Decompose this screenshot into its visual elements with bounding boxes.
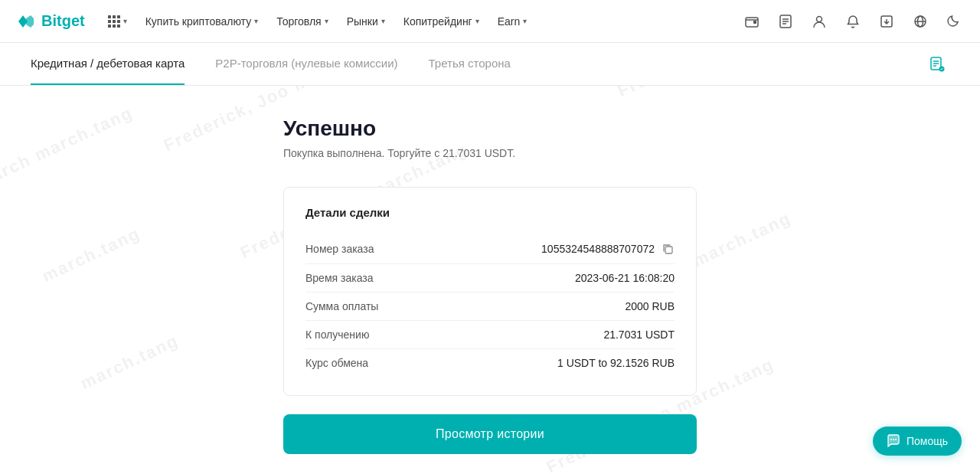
user-icon <box>812 14 827 29</box>
detail-row-received: К получению 21.7031 USDT <box>305 321 675 349</box>
wallet-icon-button[interactable] <box>741 11 763 32</box>
received-label: К получению <box>305 329 369 341</box>
order-number-label: Номер заказа <box>305 243 374 255</box>
view-history-button[interactable]: Просмотр истории <box>283 414 697 454</box>
logo-icon <box>15 11 37 32</box>
trading-chevron-icon: ▾ <box>325 17 328 25</box>
tab-third-party[interactable]: Третья сторона <box>429 43 511 85</box>
order-history-icon-button[interactable] <box>925 52 949 77</box>
nav-item-trading[interactable]: Торговля ▾ <box>269 11 335 32</box>
tab-p2p[interactable]: P2P-торговля (нулевые комиссии) <box>215 43 397 85</box>
tabs-right <box>925 52 949 77</box>
nav-items: Купить криптовалюту ▾ Торговля ▾ Рынки ▾… <box>138 11 741 32</box>
received-value: 21.7031 USDT <box>603 329 675 341</box>
logo-text: Bitget <box>41 12 85 30</box>
copy-order-number-button[interactable] <box>661 242 675 256</box>
details-title: Детали сделки <box>305 206 675 219</box>
moon-icon <box>946 14 962 29</box>
detail-row-order-time: Время заказа 2023-06-21 16:08:20 <box>305 264 675 293</box>
detail-row-exchange-rate: Курс обмена 1 USDT to 92.1526 RUB <box>305 349 675 377</box>
nav-item-copy-trading[interactable]: Копитрейдинг ▾ <box>396 11 487 32</box>
svg-point-19 <box>895 439 897 440</box>
navbar: Bitget ▾ Купить криптовалюту ▾ Торговля … <box>0 0 980 43</box>
order-time-value: 2023-06-21 16:08:20 <box>575 272 675 284</box>
tab-credit-card[interactable]: Кредитная / дебетовая карта <box>31 43 185 85</box>
main-content: Успешно Покупка выполнена. Торгуйте с 21… <box>0 86 980 474</box>
earn-chevron-icon: ▾ <box>523 17 527 25</box>
svg-point-18 <box>893 439 894 440</box>
download-icon-button[interactable] <box>876 11 897 32</box>
chat-icon <box>887 434 900 448</box>
details-card: Детали сделки Номер заказа 1055324548888… <box>283 187 697 396</box>
order-number-value: 1055324548888707072 <box>541 242 675 256</box>
order-history-icon <box>929 56 946 73</box>
nav-item-earn[interactable]: Earn ▾ <box>490 11 535 32</box>
order-time-label: Время заказа <box>305 272 373 284</box>
success-section: Успешно Покупка выполнена. Торгуйте с 21… <box>283 116 697 454</box>
wallet-icon <box>744 14 760 29</box>
dark-mode-icon-button[interactable] <box>943 11 965 32</box>
svg-rect-16 <box>665 247 672 253</box>
logo[interactable]: Bitget <box>15 11 85 32</box>
grid-menu-button[interactable]: ▾ <box>102 11 133 32</box>
nav-item-buy-crypto[interactable]: Купить криптовалюту ▾ <box>138 11 266 32</box>
tabs-bar: Кредитная / дебетовая карта P2P-торговля… <box>0 43 980 86</box>
success-title: Успешно <box>283 116 697 141</box>
copy-trading-chevron-icon: ▾ <box>475 17 479 25</box>
help-button[interactable]: Помощь <box>873 427 962 456</box>
buy-crypto-chevron-icon: ▾ <box>254 17 258 25</box>
globe-icon-button[interactable] <box>910 11 931 32</box>
markets-chevron-icon: ▾ <box>381 17 385 25</box>
svg-rect-1 <box>753 21 756 24</box>
bell-icon <box>845 14 861 29</box>
detail-row-payment-amount: Сумма оплаты 2000 RUB <box>305 293 675 321</box>
globe-icon <box>913 14 928 29</box>
grid-icon <box>108 15 120 28</box>
svg-point-6 <box>817 16 822 21</box>
grid-chevron-icon: ▾ <box>123 17 127 25</box>
help-label: Помощь <box>906 435 948 447</box>
bell-icon-button[interactable] <box>842 11 864 32</box>
exchange-rate-label: Курс обмена <box>305 357 368 369</box>
payment-amount-label: Сумма оплаты <box>305 300 378 312</box>
exchange-rate-value: 1 USDT to 92.1526 RUB <box>557 357 675 369</box>
user-icon-button[interactable] <box>808 11 830 32</box>
svg-point-17 <box>890 439 892 440</box>
success-subtitle: Покупка выполнена. Торгуйте с 21.7031 US… <box>283 147 697 159</box>
download-icon <box>879 14 894 29</box>
payment-amount-value: 2000 RUB <box>625 300 675 312</box>
nav-item-markets[interactable]: Рынки ▾ <box>339 11 393 32</box>
detail-row-order-number: Номер заказа 1055324548888707072 <box>305 234 675 264</box>
nav-right-icons <box>741 11 965 32</box>
orders-icon-button[interactable] <box>775 11 796 32</box>
orders-icon <box>778 14 793 29</box>
